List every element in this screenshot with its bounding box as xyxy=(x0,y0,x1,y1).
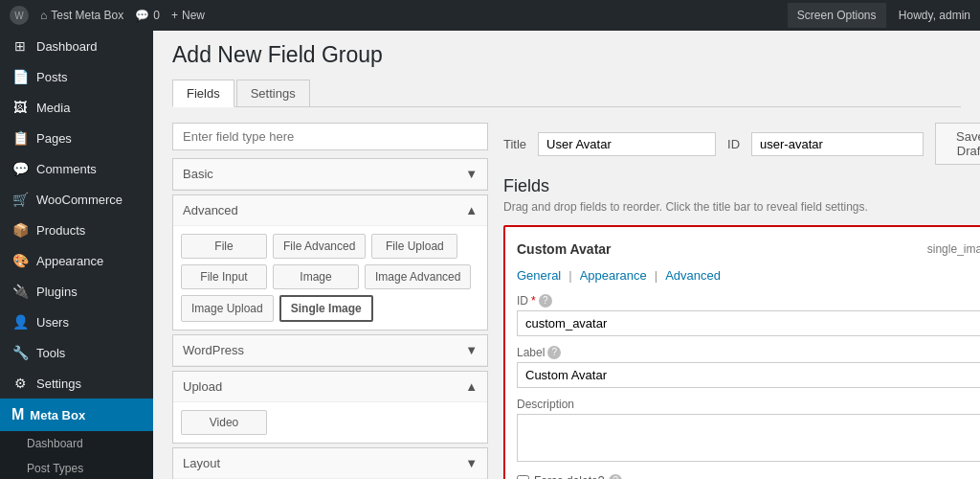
sidebar-icon-settings: ⚙ xyxy=(11,376,29,391)
sidebar-item-posts[interactable]: 📄Posts xyxy=(0,61,153,92)
field-tab-advanced[interactable]: Advanced xyxy=(665,268,721,283)
field-section-label-basic: Basic xyxy=(183,167,213,181)
field-section-chevron-basic: ▼ xyxy=(465,167,478,181)
field-type-btn-single-image[interactable]: Single Image xyxy=(279,295,373,322)
sidebar-item-pages[interactable]: 📋Pages xyxy=(0,123,153,153)
field-section-body-upload: Video xyxy=(173,402,487,443)
sidebar-icon-tools: 🔧 xyxy=(11,345,29,360)
sidebar-label-products: Products xyxy=(36,223,85,238)
sidebar-item-media[interactable]: 🖼Media xyxy=(0,92,153,123)
metabox-submenu: DashboardPost TypesTaxonomiesCustom Fiel… xyxy=(0,431,153,479)
sidebar-label-users: Users xyxy=(36,315,69,330)
screen-options-button[interactable]: Screen Options xyxy=(788,3,886,28)
tab-settings[interactable]: Settings xyxy=(236,80,310,106)
field-section-label-wordpress: WordPress xyxy=(183,343,244,357)
admin-bar-site[interactable]: ⌂ Test Meta Box xyxy=(40,9,123,22)
panel-header: Title ID Save Draft Publish xyxy=(503,123,980,165)
page-tabs: FieldsSettings xyxy=(172,80,961,107)
field-section-header-layout[interactable]: Layout▼ xyxy=(173,448,487,479)
label-field-input[interactable] xyxy=(517,362,980,388)
field-card-meta: single_image ⧉ 🗑 ▲ xyxy=(927,239,980,259)
field-type-btn-file-advanced[interactable]: File Advanced xyxy=(273,234,366,259)
field-section-header-wordpress[interactable]: WordPress▼ xyxy=(173,335,487,366)
description-field-label: Description xyxy=(517,398,574,411)
field-section-wordpress: WordPress▼ xyxy=(172,334,488,367)
sidebar-item-mb-dashboard[interactable]: Dashboard xyxy=(0,431,153,456)
field-section-label-upload: Upload xyxy=(183,379,222,394)
fields-hint: Drag and drop fields to reorder. Click t… xyxy=(503,200,980,214)
field-type-btn-image-advanced[interactable]: Image Advanced xyxy=(365,264,471,289)
wp-logo: W xyxy=(10,6,29,25)
sidebar-icon-pages: 📋 xyxy=(11,130,29,146)
sidebar-item-dashboard[interactable]: ⊞Dashboard xyxy=(0,31,153,61)
field-type-btn-image-upload[interactable]: Image Upload xyxy=(181,295,274,322)
sidebar-icon-products: 📦 xyxy=(11,222,29,238)
metabox-label-text: Meta Box xyxy=(30,408,85,422)
id-field-input[interactable] xyxy=(517,310,980,336)
sidebar-item-woocommerce[interactable]: 🛒WooCommerce xyxy=(0,184,153,215)
page-title: Add New Field Group xyxy=(172,42,961,68)
field-tab-appearance[interactable]: Appearance xyxy=(580,268,647,283)
id-input[interactable] xyxy=(751,132,924,156)
field-section-label-layout: Layout xyxy=(183,456,220,470)
save-draft-button[interactable]: Save Draft xyxy=(935,123,980,165)
sidebar-label-woocommerce: WooCommerce xyxy=(36,193,122,207)
field-type-btn-file-input[interactable]: File Input xyxy=(181,264,267,289)
id-help-icon[interactable]: ? xyxy=(539,294,552,308)
field-type-search[interactable] xyxy=(172,123,488,150)
admin-bar: W ⌂ Test Meta Box 💬 0 + New Screen Optio… xyxy=(0,0,980,31)
label-help-icon[interactable]: ? xyxy=(547,346,561,359)
field-section-header-basic[interactable]: Basic▼ xyxy=(173,159,487,190)
metabox-m-icon: M xyxy=(11,406,24,423)
field-type-btn-file[interactable]: File xyxy=(181,234,267,259)
field-section-header-advanced[interactable]: Advanced▲ xyxy=(173,195,487,226)
home-icon: ⌂ xyxy=(40,9,47,22)
left-column: Basic▼Advanced▲FileFile AdvancedFile Upl… xyxy=(172,123,488,479)
sidebar-item-tools[interactable]: 🔧Tools xyxy=(0,337,153,368)
sidebar-label-pages: Pages xyxy=(36,131,72,146)
sidebar-label-appearance: Appearance xyxy=(36,254,103,268)
admin-bar-right: Screen Options Howdy, admin xyxy=(788,3,970,28)
field-section-body-advanced: FileFile AdvancedFile UploadFile InputIm… xyxy=(173,226,487,330)
field-section-header-upload[interactable]: Upload▲ xyxy=(173,372,487,402)
field-type-btn-image[interactable]: Image xyxy=(273,264,359,289)
plus-icon: + xyxy=(171,9,178,22)
force-delete-label: Force delete? xyxy=(534,474,604,479)
field-section-chevron-upload: ▲ xyxy=(465,379,478,394)
sidebar-item-products[interactable]: 📦Products xyxy=(0,215,153,245)
field-section-upload: Upload▲Video xyxy=(172,371,488,444)
panel-actions: Save Draft Publish xyxy=(935,123,980,165)
force-delete-help-icon[interactable]: ? xyxy=(609,474,622,479)
field-section-advanced: Advanced▲FileFile AdvancedFile UploadFil… xyxy=(172,194,488,331)
sidebar-item-plugins[interactable]: 🔌Plugins xyxy=(0,276,153,307)
field-tab-separator: | xyxy=(655,268,657,283)
force-delete-checkbox[interactable] xyxy=(517,475,529,480)
field-section-chevron-advanced: ▲ xyxy=(465,203,478,217)
admin-bar-comments[interactable]: 💬 0 xyxy=(135,9,160,22)
sidebar-item-users[interactable]: 👤Users xyxy=(0,307,153,337)
tab-fields[interactable]: Fields xyxy=(172,80,234,107)
field-type-btn-video[interactable]: Video xyxy=(181,410,267,435)
fields-section-title: Fields xyxy=(503,176,980,196)
sidebar-label-posts: Posts xyxy=(36,70,68,84)
sidebar-item-comments[interactable]: 💬Comments xyxy=(0,153,153,184)
sidebar-icon-users: 👤 xyxy=(11,314,29,330)
field-tab-general[interactable]: General xyxy=(517,268,561,283)
sidebar-item-mb-post-types[interactable]: Post Types xyxy=(0,456,153,479)
title-label: Title xyxy=(503,137,526,151)
field-section-basic: Basic▼ xyxy=(172,158,488,191)
field-type-btn-file-upload[interactable]: File Upload xyxy=(371,234,457,259)
id-field-row: ID * ? xyxy=(517,294,980,336)
comments-icon: 💬 xyxy=(135,9,149,22)
admin-bar-new[interactable]: + New xyxy=(171,9,205,22)
sidebar-item-settings[interactable]: ⚙Settings xyxy=(0,368,153,399)
sidebar-label-comments: Comments xyxy=(36,162,97,176)
title-input[interactable] xyxy=(538,132,716,156)
sidebar-item-appearance[interactable]: 🎨Appearance xyxy=(0,245,153,276)
sidebar-icon-media: 🖼 xyxy=(11,100,29,115)
sidebar-label-settings: Settings xyxy=(36,376,81,391)
field-section-chevron-layout: ▼ xyxy=(465,456,478,470)
sidebar: ⊞Dashboard📄Posts🖼Media📋Pages💬Comments🛒Wo… xyxy=(0,31,153,479)
description-field-input[interactable] xyxy=(517,414,980,462)
field-section-chevron-wordpress: ▼ xyxy=(465,343,478,357)
